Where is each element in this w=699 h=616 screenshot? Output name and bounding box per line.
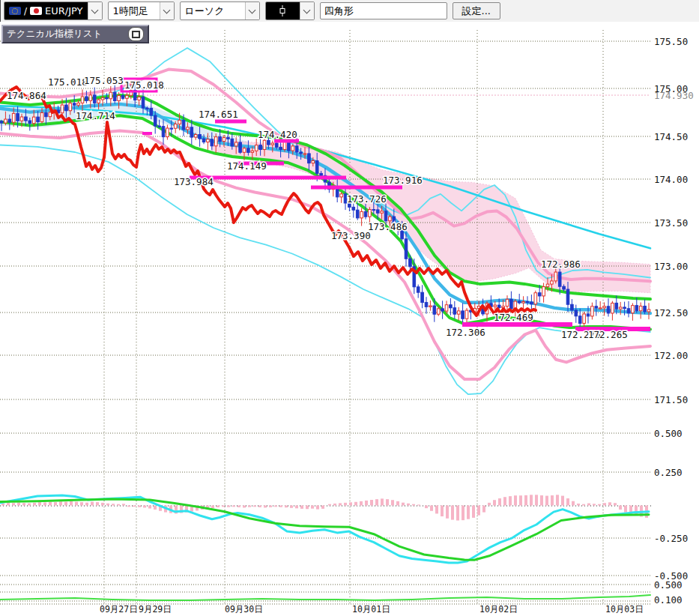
price-label: 175.053 bbox=[84, 75, 124, 86]
macd-histogram-bar bbox=[412, 504, 415, 506]
date-label: 09月27日 bbox=[100, 604, 138, 615]
candle-body bbox=[20, 117, 23, 121]
candle-body bbox=[421, 292, 424, 302]
macd-histogram-bar bbox=[446, 506, 449, 519]
candle-body bbox=[591, 307, 594, 316]
macd-histogram-bar bbox=[451, 506, 454, 520]
candlestick-icon bbox=[279, 5, 286, 16]
macd-histogram-bar bbox=[472, 506, 475, 518]
candle-body bbox=[174, 124, 177, 128]
macd-histogram-bar bbox=[624, 506, 627, 513]
candle-body bbox=[126, 95, 129, 98]
macd-histogram-bar bbox=[243, 506, 246, 508]
candle-body bbox=[0, 121, 3, 123]
candle-body bbox=[4, 119, 7, 123]
candle-body bbox=[190, 127, 193, 137]
candle-body bbox=[166, 128, 169, 137]
macd-histogram-bar bbox=[80, 502, 83, 505]
price-label: 173.726 bbox=[347, 193, 387, 205]
chart-type-select[interactable]: ローソク bbox=[180, 1, 260, 20]
macd-histogram-bar bbox=[33, 503, 36, 506]
price-label: 172.469 bbox=[494, 312, 533, 323]
macd-histogram-bar bbox=[43, 502, 46, 505]
macd-histogram-bar bbox=[143, 506, 146, 508]
macd-histogram-bar bbox=[354, 502, 357, 506]
macd-histogram-bar bbox=[306, 506, 309, 510]
candle-body bbox=[603, 307, 606, 308]
candle-body bbox=[554, 272, 557, 281]
candle-body bbox=[25, 117, 28, 121]
macd-histogram-bar bbox=[285, 506, 288, 508]
macd-histogram-bar bbox=[572, 501, 575, 506]
chart-canvas[interactable]: 175.018175.053175.018174.864174.714174.6… bbox=[0, 0, 699, 616]
price-label: 174.651 bbox=[199, 109, 238, 120]
series-green-band-lower bbox=[0, 115, 650, 329]
technical-indicator-list-panel[interactable]: テクニカル指標リスト bbox=[1, 25, 149, 43]
drawing-tool-input[interactable] bbox=[320, 2, 447, 19]
macd-histogram-bar bbox=[488, 503, 491, 506]
candle-body bbox=[453, 308, 456, 314]
flag-separator: / bbox=[24, 6, 27, 16]
candle-body bbox=[89, 95, 92, 101]
timeframe-select[interactable]: 1時間足 bbox=[108, 1, 175, 20]
macd-histogram-bar bbox=[509, 496, 512, 505]
macd-histogram-bar bbox=[614, 503, 617, 505]
candle-body bbox=[376, 210, 379, 213]
candle-body bbox=[170, 128, 173, 129]
candle-body bbox=[106, 97, 109, 98]
y-axis-tick: 174.00 bbox=[654, 174, 688, 185]
macd-histogram-bar bbox=[17, 502, 20, 505]
candle-body bbox=[109, 92, 112, 99]
candle-body bbox=[462, 311, 465, 318]
candle-body bbox=[199, 135, 202, 139]
chart-type-select-arrow[interactable] bbox=[245, 2, 259, 19]
y-axis-tick: 171.50 bbox=[654, 394, 688, 405]
candle-body bbox=[566, 289, 569, 304]
candle-style-select[interactable] bbox=[265, 1, 315, 20]
candle-body bbox=[81, 97, 84, 103]
y-axis-tick: 0.250 bbox=[654, 467, 683, 478]
macd-histogram-bar bbox=[493, 500, 496, 505]
chevron-down-icon bbox=[303, 6, 311, 13]
candle-body bbox=[457, 311, 460, 314]
candle-body bbox=[583, 314, 586, 324]
candle-body bbox=[194, 135, 197, 138]
price-label: 173.916 bbox=[383, 175, 423, 186]
candle-body bbox=[271, 143, 274, 145]
macd-histogram-bar bbox=[551, 495, 554, 505]
timeframe-select-arrow[interactable] bbox=[160, 2, 174, 19]
chevron-down-icon bbox=[249, 6, 256, 13]
macd-histogram-bar bbox=[360, 501, 363, 506]
candle-body bbox=[138, 97, 141, 100]
macd-histogram-bar bbox=[417, 504, 420, 505]
pair-select[interactable]: / EUR/JPY bbox=[4, 1, 103, 20]
candle-body bbox=[607, 307, 610, 313]
macd-histogram-bar bbox=[64, 502, 67, 506]
candle-body bbox=[611, 303, 614, 313]
candle-body bbox=[522, 301, 525, 303]
macd-histogram-bar bbox=[237, 506, 240, 507]
candle-body bbox=[158, 126, 161, 127]
pair-select-arrow[interactable] bbox=[88, 2, 102, 19]
candle-body bbox=[234, 142, 237, 146]
settings-button[interactable]: 設定... bbox=[453, 2, 500, 19]
candle-style-select-arrow[interactable] bbox=[300, 2, 314, 19]
macd-histogram-bar bbox=[430, 506, 433, 511]
candle-body bbox=[12, 113, 15, 122]
collapse-icon bbox=[132, 31, 140, 38]
candle-body bbox=[146, 108, 149, 109]
candle-body bbox=[356, 210, 359, 218]
candle-body bbox=[65, 105, 68, 111]
macd-histogram-bar bbox=[391, 500, 394, 505]
panel-collapse-button[interactable] bbox=[128, 27, 144, 41]
candle-body bbox=[595, 307, 598, 308]
macd-histogram-bar bbox=[12, 503, 15, 505]
candle-body bbox=[429, 306, 432, 307]
candle-body bbox=[627, 309, 630, 313]
macd-histogram-bar bbox=[211, 506, 214, 508]
macd-histogram-bar bbox=[386, 499, 389, 505]
macd-histogram-bar bbox=[59, 501, 62, 505]
candle-body bbox=[154, 115, 157, 126]
candle-body bbox=[69, 103, 72, 111]
candle-body bbox=[494, 305, 497, 307]
